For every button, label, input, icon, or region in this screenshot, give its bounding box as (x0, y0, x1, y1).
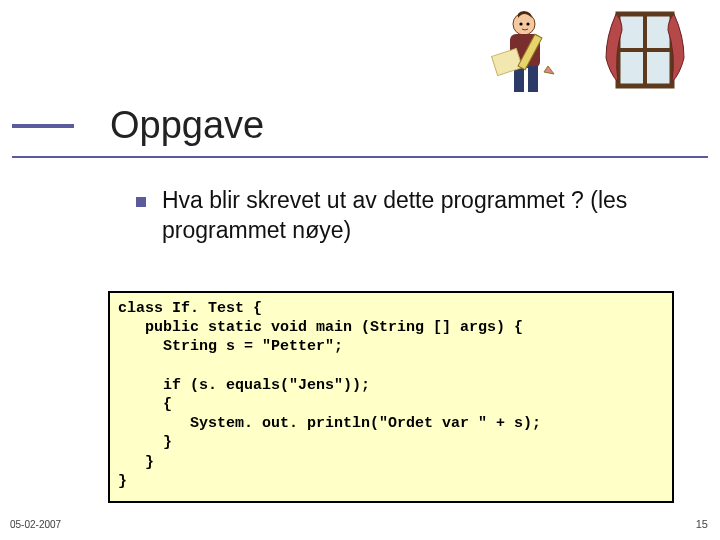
svg-point-8 (526, 22, 529, 25)
svg-marker-6 (544, 66, 554, 74)
svg-point-7 (519, 22, 522, 25)
clipart-window-icon (600, 8, 690, 98)
title-row: Oppgave (12, 104, 264, 147)
title-underline (12, 156, 708, 158)
bullet-text: Hva blir skrevet ut av dette programmet … (162, 186, 696, 246)
accent-bar (12, 124, 74, 128)
footer-page-number: 15 (696, 518, 708, 530)
slide-title: Oppgave (110, 104, 264, 147)
bullet-row: Hva blir skrevet ut av dette programmet … (136, 186, 696, 246)
code-box: class If. Test { public static void main… (108, 291, 674, 503)
footer-date: 05-02-2007 (10, 519, 61, 530)
svg-rect-3 (528, 66, 538, 92)
clipart-man-icon (478, 8, 558, 98)
bullet-square-icon (136, 197, 146, 207)
